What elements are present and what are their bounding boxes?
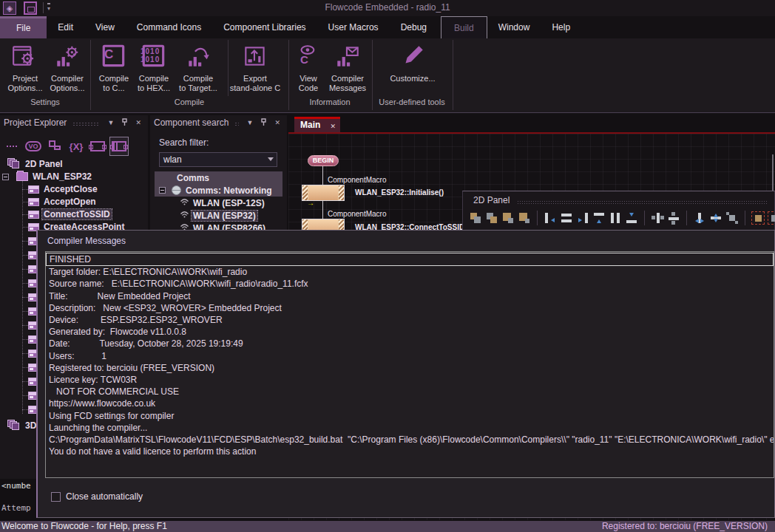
close-icon[interactable]: ✕ [132,119,145,126]
close-automatically-option[interactable]: Close automatically [51,491,143,502]
select-all-icon[interactable] [768,211,775,225]
compiler-message-line[interactable]: You do not have a valid licence to perfo… [46,446,774,457]
globe-icon [172,185,181,195]
menu-component-libraries[interactable]: Component Libraries [212,16,317,38]
vo-icon[interactable]: VO [24,137,42,155]
compiler-message-line[interactable]: Licence key: TCW03R [46,374,774,386]
component-search-header: Component search ▼ ✕ [150,115,287,130]
compiler-message-line[interactable]: Title: New Embedded Project [46,290,774,302]
close-icon[interactable]: ✕ [271,119,284,126]
menu-edit[interactable]: Edit [47,16,84,38]
move-forward-icon[interactable] [501,211,515,225]
compiler-message-line[interactable]: Users: 1 [46,350,774,362]
align-left-icon[interactable] [544,211,557,225]
2d-panel-header[interactable]: 2D Panel [463,191,774,206]
close-tab-icon[interactable]: ✕ [330,120,336,133]
drag-handle[interactable] [234,122,238,126]
customize-button[interactable]: Customize... [376,41,450,83]
result-group-comms[interactable]: Comms [155,171,282,184]
compiler-message-line[interactable]: NOT FOR COMMERCIAL USE [46,386,774,398]
space-down-icon[interactable] [709,211,722,225]
align-center-icon[interactable] [560,211,573,225]
tree-item-2d-panel[interactable]: 2D Panel [7,158,63,170]
menu-view[interactable]: View [84,16,126,38]
select-group-icon[interactable] [751,211,765,225]
compiler-message-line[interactable]: FINISHED [46,253,774,266]
compile-to-c-button[interactable]: C Compile to C... [95,41,133,93]
distribute-vertical-icon[interactable] [667,211,680,225]
result-subgroup-networking[interactable]: Comms: Networking [155,184,282,197]
export-standalone-c-button[interactable]: Export stand-alone C [226,41,284,93]
menu-file[interactable]: File [0,16,47,38]
align-bottom-icon[interactable] [625,211,638,225]
chevron-down-icon[interactable]: ▼ [104,119,118,126]
compile-to-hex-button[interactable]: 1010 1010 Compile to HEX... [134,41,174,93]
chevron-down-icon[interactable]: ▼ [243,119,257,126]
collapse-icon[interactable] [2,174,9,180]
compiler-options-button[interactable]: Compiler Options... [46,41,89,93]
tree-item-acceptopen[interactable]: AcceptOpen [28,196,96,208]
result-wlan-esp32[interactable]: WLAN (ESP32) [155,209,282,222]
node-kind-label: ComponentMacro [328,176,386,184]
compiler-message-line[interactable]: Target folder: E:\ELECTRONICA\WORK\wifi_… [46,266,774,278]
distribute-horizontal-icon[interactable] [651,211,664,225]
drag-handle[interactable] [517,200,767,204]
align-top-icon[interactable] [592,211,606,225]
insert-arrow-icon[interactable]: → [307,199,314,207]
tab-main[interactable]: Main ✕ [294,117,340,132]
align-middle-icon[interactable] [609,211,622,225]
bring-to-front-icon[interactable] [469,211,482,225]
node-kind-label: ComponentMacro [328,210,386,218]
compiler-output-list[interactable]: FINISHED Target folder: E:\ELECTRONICA\W… [45,251,774,478]
compiler-messages-button[interactable]: Compiler Messages [326,41,369,93]
macros-icon[interactable]: {X} [67,137,85,155]
space-across-icon[interactable] [693,211,706,225]
compiler-message-line[interactable]: Date: Tuesday, October 28, 2025 19:19:49 [46,338,774,349]
tree-item-connecttossid[interactable]: ConnectToSSID [28,208,112,220]
window-title: Flowcode Embedded - radio_11 [0,2,775,13]
menu-help[interactable]: Help [541,16,581,38]
pin-icon[interactable] [257,118,271,128]
ribbon: Project Options... Compiler Options... C… [0,38,775,113]
menu-debug[interactable]: Debug [390,16,438,38]
project-options-button[interactable]: Project Options... [6,41,44,93]
view-code-button[interactable]: C View Code [291,41,325,93]
group-settings: Settings [6,98,84,106]
compiler-message-line[interactable]: Device: ESP.ESP32.ESP32_WROVER [46,314,774,326]
menu-window[interactable]: Window [487,16,541,38]
compile-to-target-button[interactable]: Compile to Target... [175,41,222,93]
macro-icon [28,211,39,219]
result-wlan-esp12s[interactable]: WLAN (ESP-12S) [155,197,282,209]
compiler-message-line[interactable]: Source name: E:\ELECTRONICA\WORK\wifi_ra… [46,278,774,290]
flowchart-begin-node[interactable]: BEGIN [308,155,339,166]
menu-user-macros[interactable]: User Macros [317,16,390,38]
compiler-message-line[interactable]: Registered to: bercioiu (FREE_VERSION) [46,362,774,374]
send-to-back-icon[interactable] [485,211,498,225]
chevron-down-icon[interactable] [268,157,274,161]
checkbox[interactable] [51,492,61,502]
console-text: Attemp [1,503,31,513]
group-information: Information [292,98,368,106]
tree-item-wlan-esp32[interactable]: WLAN_ESP32 [2,171,92,183]
center-on-panel-icon[interactable] [725,211,739,225]
search-filter-combobox[interactable]: wlan [159,152,277,167]
view-code-icon: C [291,41,325,72]
menu-build[interactable]: Build [441,16,487,38]
drag-handle[interactable] [72,122,99,126]
components-grid-icon[interactable] [3,137,21,155]
menu-command-icons[interactable]: Command Icons [126,16,212,38]
collapse-icon[interactable] [159,187,166,194]
layout-icon[interactable] [46,137,64,155]
compiler-message-line[interactable]: https://www.flowcode.co.uk [46,398,774,409]
align-right-icon[interactable] [576,211,589,225]
move-backward-icon[interactable] [518,211,531,225]
compiler-message-line[interactable]: Description: New <ESP32_WROVER> Embedded… [46,302,774,314]
tree-item-acceptclose[interactable]: AcceptClose [28,183,98,195]
panel-3d-icon[interactable] [110,137,128,155]
pin-icon[interactable] [118,118,132,128]
compiler-message-line[interactable]: Launching the compiler... [46,422,774,434]
panel-2d-icon[interactable] [89,137,106,155]
compiler-message-line[interactable]: Using FCD settings for compiler [46,410,774,422]
compiler-message-line[interactable]: Generated by: Flowcode v11.0.0.8 [46,326,774,338]
compiler-message-line[interactable]: C:\ProgramData\MatrixTSL\FlowcodeV11\FCD… [46,434,774,446]
